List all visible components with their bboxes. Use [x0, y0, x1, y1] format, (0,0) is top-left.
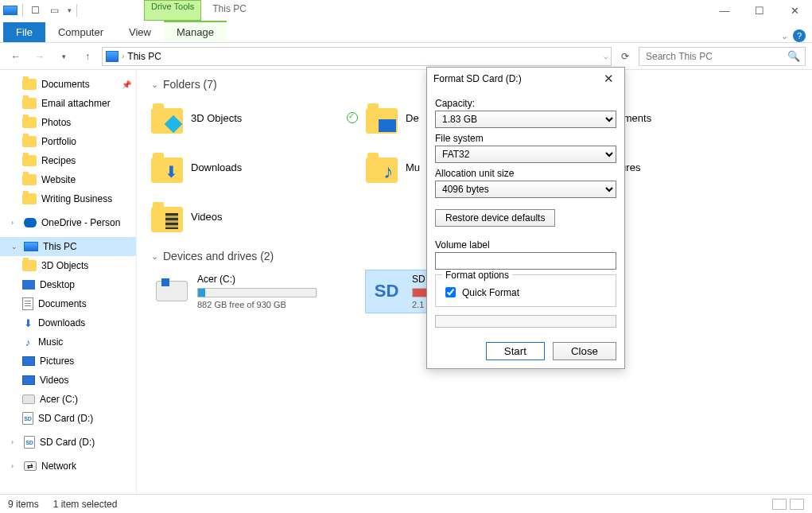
properties-icon[interactable]: ☐ [28, 3, 42, 17]
folder-icon [22, 155, 37, 166]
videos-icon [22, 375, 35, 385]
tree-item-downloads[interactable]: ⬇Downloads [0, 313, 136, 332]
tree-item-sdcard[interactable]: SDSD Card (D:) [0, 409, 136, 428]
drive-free-label: 882 GB free of 930 GB [197, 300, 317, 309]
ribbon-expand-icon[interactable]: ⌄ [781, 31, 788, 41]
usage-bar [197, 288, 317, 297]
allocation-label: Allocation unit size [435, 168, 616, 179]
address-dropdown[interactable]: ⌵ [602, 52, 608, 60]
refresh-button[interactable]: ⟳ [616, 48, 634, 65]
capacity-select[interactable]: 1.83 GB [435, 111, 616, 128]
recent-locations-button[interactable]: ▾ [54, 47, 73, 66]
tree-item-this-pc[interactable]: ⌄This PC [0, 237, 136, 256]
status-selected: 1 item selected [53, 499, 118, 510]
tree-item-onedrive[interactable]: ›OneDrive - Person [0, 213, 136, 232]
folder-videos[interactable]: Videos [151, 197, 358, 235]
folder-icon [22, 174, 37, 185]
folder-icon [151, 207, 183, 232]
quick-format-checkbox[interactable] [445, 287, 456, 297]
drive-label: Acer (C:) [197, 274, 317, 285]
music-icon: ♪ [22, 336, 33, 348]
folder-label: Mu [406, 161, 420, 173]
pictures-icon [22, 356, 35, 366]
help-icon[interactable]: ? [793, 29, 806, 42]
tree-item-portfolio[interactable]: Portfolio [0, 132, 136, 151]
folder-icon [22, 136, 37, 147]
folder-icon [22, 98, 37, 109]
volume-label-input[interactable] [435, 252, 616, 270]
view-details-icon[interactable] [772, 499, 787, 510]
up-button[interactable]: ↑ [78, 47, 97, 66]
maximize-button[interactable]: ☐ [742, 0, 777, 21]
folder-icon [22, 117, 37, 128]
desktop-icon [22, 280, 35, 290]
sd-icon: SD [22, 412, 33, 425]
search-box[interactable]: 🔍 [639, 47, 806, 66]
close-dialog-button[interactable]: Close [553, 342, 616, 360]
section-devices-label: Devices and drives (2) [163, 250, 274, 262]
folder-icon [22, 260, 37, 271]
folder-label: Videos [191, 211, 223, 223]
allocation-select[interactable]: 4096 bytes [435, 181, 616, 198]
tree-item-network[interactable]: ›⇄Network [0, 457, 136, 476]
capacity-label: Capacity: [435, 98, 616, 109]
new-folder-icon[interactable]: ▭ [47, 3, 61, 17]
contextual-tab-drive-tools: Drive Tools [144, 0, 201, 21]
tree-item-acer[interactable]: Acer (C:) [0, 390, 136, 409]
tree-item-videos[interactable]: Videos [0, 371, 136, 390]
folder-icon [151, 108, 183, 134]
forward-button[interactable]: → [30, 47, 49, 66]
tree-item-website[interactable]: Website [0, 170, 136, 189]
close-button[interactable]: ✕ [777, 0, 812, 21]
search-icon[interactable]: 🔍 [787, 50, 800, 62]
address-bar[interactable]: › This PC ⌵ [102, 47, 612, 66]
tree-item-pictures[interactable]: Pictures [0, 352, 136, 371]
filesystem-select[interactable]: FAT32 [435, 146, 616, 163]
folder-icon [151, 157, 183, 183]
format-options-legend: Format options [442, 270, 512, 281]
documents-icon [22, 297, 33, 310]
tree-item-sdcard-root[interactable]: ›SDSD Card (D:) [0, 433, 136, 452]
chevron-down-icon[interactable]: ⌄ [151, 251, 158, 262]
back-button[interactable]: ← [6, 47, 25, 66]
pc-icon [3, 3, 17, 17]
folder-icon [366, 157, 398, 183]
downloads-icon: ⬇ [22, 317, 33, 328]
disk-icon [156, 281, 188, 301]
folder-icon [366, 108, 398, 134]
view-tab[interactable]: View [116, 22, 164, 42]
tree-item-music[interactable]: ♪Music [0, 332, 136, 352]
dialog-title: Format SD Card (D:) [433, 73, 522, 84]
search-input[interactable] [644, 50, 779, 63]
tree-item-documents[interactable]: Documents📌 [0, 75, 136, 94]
file-tab[interactable]: File [3, 22, 45, 42]
tree-item-documents2[interactable]: Documents [0, 294, 136, 313]
sd-icon: SD [24, 436, 35, 449]
tree-item-writing[interactable]: Writing Business [0, 189, 136, 208]
sync-ok-icon [347, 112, 358, 123]
chevron-right-icon[interactable]: › [122, 52, 124, 60]
restore-defaults-button[interactable]: Restore device defaults [435, 209, 555, 227]
manage-tab[interactable]: Manage [164, 21, 227, 42]
tree-item-email[interactable]: Email attachmer [0, 94, 136, 113]
tree-item-3dobjects[interactable]: 3D Objects [0, 256, 136, 275]
computer-tab[interactable]: Computer [45, 22, 116, 42]
format-progress [435, 315, 616, 328]
breadcrumb[interactable]: This PC [127, 51, 161, 62]
folder-label: Downloads [191, 161, 242, 173]
qat-menu[interactable]: ▾ [66, 6, 72, 14]
chevron-down-icon[interactable]: ⌄ [151, 80, 158, 90]
quick-format-label: Quick Format [462, 287, 519, 298]
sd-icon: SD [375, 281, 399, 301]
view-tiles-icon[interactable] [790, 499, 804, 510]
drive-acer[interactable]: Acer (C:) 882 GB free of 930 GB [151, 270, 358, 313]
folder-label: 3D Objects [191, 112, 242, 124]
tree-item-photos[interactable]: Photos [0, 113, 136, 132]
folder-3d-objects[interactable]: 3D Objects [151, 99, 358, 137]
minimize-button[interactable]: — [707, 0, 742, 21]
start-button[interactable]: Start [486, 342, 545, 360]
tree-item-recipes[interactable]: Recipes [0, 151, 136, 170]
folder-downloads[interactable]: Downloads [151, 148, 358, 186]
dialog-close-button[interactable]: ✕ [599, 72, 618, 86]
tree-item-desktop[interactable]: Desktop [0, 275, 136, 294]
